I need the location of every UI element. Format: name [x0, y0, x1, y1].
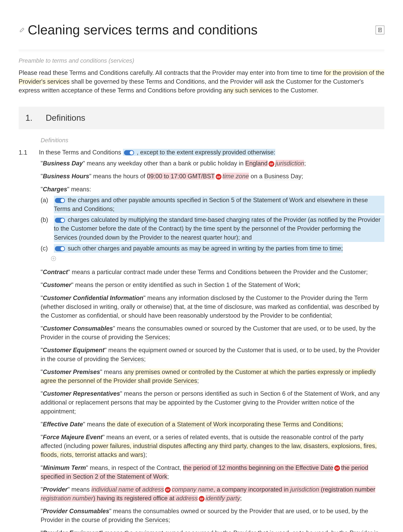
add-item-button[interactable] — [41, 255, 384, 264]
text: Please read these Terms and Conditions c… — [19, 69, 324, 76]
defined-term: Customer Equipment — [43, 347, 104, 354]
defined-term: Contract — [43, 269, 68, 275]
clause-1-1: 1.1 In these Terms and Conditions , exce… — [19, 148, 384, 157]
defined-term: Customer — [43, 281, 71, 288]
text: " — [41, 281, 43, 288]
placeholder-field[interactable]: registration number — [41, 495, 93, 502]
toggle-icon[interactable] — [124, 150, 134, 155]
section-sublabel: Definitions — [41, 136, 384, 145]
text: " means — [68, 486, 91, 493]
def-customer-equipment: "Customer Equipment" means the equipment… — [19, 346, 384, 363]
text: to the Customer. — [272, 87, 318, 94]
toggle-icon[interactable] — [55, 218, 65, 223]
item-letter: (b) — [41, 215, 51, 242]
text: " — [41, 368, 43, 375]
document-outline-icon[interactable] — [376, 25, 384, 34]
text: In these Terms and Conditions — [39, 149, 121, 156]
defined-term: Force Majeure Event — [43, 434, 102, 441]
item-letter: (a) — [41, 196, 51, 213]
text: " means a particular contract made under… — [68, 269, 368, 275]
variant-option: 09:00 to 17:00 GMT/BST — [147, 173, 215, 180]
placeholder-field[interactable]: individual name — [91, 486, 134, 493]
defined-term: Charges — [43, 186, 67, 193]
def-provider-equipment: "Provider Equipment" means the equipment… — [19, 529, 384, 532]
placeholder-field[interactable]: address — [142, 486, 164, 493]
defined-term: Minimum Term — [43, 464, 86, 471]
text: " — [41, 421, 43, 428]
placeholder-field[interactable]: company name — [172, 486, 213, 493]
variant-option: England — [245, 160, 268, 167]
charges-sublist: (a) the charges and other payable amount… — [41, 196, 384, 264]
defined-term: Customer Consumables — [43, 325, 113, 332]
cross-reference[interactable]: Services — [145, 334, 168, 341]
placeholder-field[interactable]: time zone — [222, 173, 249, 180]
cross-reference[interactable]: Business Day — [264, 173, 301, 180]
text: such other charges and payable amounts a… — [68, 245, 343, 252]
or-chip[interactable]: or — [334, 465, 340, 471]
text: " — [41, 508, 43, 514]
or-chip[interactable]: or — [269, 161, 274, 167]
text: charges calculated by multiplying the st… — [54, 216, 380, 241]
cross-reference[interactable]: Effective Date — [296, 464, 333, 472]
text: " — [41, 173, 43, 180]
toggle-icon[interactable] — [55, 198, 65, 203]
placeholder-field[interactable]: identify party — [206, 495, 240, 502]
placeholder-field[interactable]: jurisdiction — [275, 160, 304, 167]
optional-clause: such other charges and payable amounts a… — [54, 244, 343, 253]
clause-number: 1.1 — [19, 148, 34, 157]
toggle-icon[interactable] — [55, 246, 65, 251]
highlighted-clause: the date of execution of a Statement of … — [107, 421, 343, 428]
document-header: Cleaning services terms and conditions — [19, 20, 384, 39]
def-customer-confidential-information: "Customer Confidential Information" mean… — [19, 294, 384, 320]
cross-reference[interactable]: Term — [354, 294, 368, 302]
def-effective-date: "Effective Date" means the date of execu… — [19, 420, 384, 429]
text: " means — [83, 421, 107, 428]
def-provider: "Provider" means individual name of addr… — [19, 485, 384, 503]
edit-icon[interactable] — [19, 27, 25, 33]
text: " means — [100, 368, 124, 375]
list-item: (a) the charges and other payable amount… — [41, 196, 384, 213]
def-business-day: "Business Day" means any weekday other t… — [19, 159, 384, 168]
defined-term: Business Hours — [43, 173, 89, 180]
optional-clause: , except to the extent expressly provide… — [123, 149, 275, 156]
text: (registration number — [319, 486, 375, 493]
item-letter: (c) — [41, 244, 51, 253]
def-customer-premises: "Customer Premises" means any premises o… — [19, 367, 384, 385]
text: the period of 12 months beginning on the — [183, 464, 296, 471]
text: " — [41, 347, 43, 354]
placeholder-field[interactable]: jurisdiction — [290, 486, 319, 493]
highlighted-clause: any such services — [224, 87, 272, 94]
text: " means, in respect of the Contract, — [86, 464, 183, 471]
or-chip[interactable]: or — [165, 487, 171, 493]
def-charges: "Charges" means: (a) the charges and oth… — [19, 185, 384, 264]
text: " — [41, 269, 43, 275]
variant-option: the period of 12 months beginning on the… — [183, 464, 334, 471]
text: ); — [143, 451, 147, 458]
title-wrap: Cleaning services terms and conditions — [19, 20, 258, 39]
text: " — [41, 186, 43, 193]
or-chip[interactable]: or — [199, 496, 205, 502]
text: ; — [168, 334, 170, 341]
text: " — [41, 434, 43, 441]
placeholder-field[interactable]: address — [176, 495, 198, 502]
cross-reference[interactable]: Statement of Work — [177, 421, 227, 428]
def-business-hours: "Business Hours" means the hours of 09:0… — [19, 172, 384, 181]
text: " — [41, 294, 43, 301]
or-chip[interactable]: or — [216, 174, 221, 180]
text: " — [41, 464, 43, 471]
section-number: 1. — [25, 112, 36, 124]
section-sublabel-wrap: Definitions — [19, 136, 384, 145]
section-separator — [19, 50, 384, 53]
section-title: Definitions — [46, 112, 85, 124]
intro-paragraph: Please read these Terms and Conditions c… — [19, 68, 384, 95]
cross-reference[interactable]: Services — [174, 377, 197, 385]
def-customer: "Customer" means the person or entity id… — [19, 281, 384, 289]
text: " means the person or entity identified … — [71, 281, 300, 288]
text: the date of execution of a — [107, 421, 177, 428]
text: incorporating these Terms and Conditions… — [227, 421, 343, 428]
text: ; — [144, 355, 146, 362]
cross-reference[interactable]: Services — [145, 516, 168, 524]
defined-term: Customer Premises — [43, 368, 100, 375]
text: ) having its registered office at — [93, 495, 176, 502]
cross-reference[interactable]: Services — [120, 355, 144, 363]
